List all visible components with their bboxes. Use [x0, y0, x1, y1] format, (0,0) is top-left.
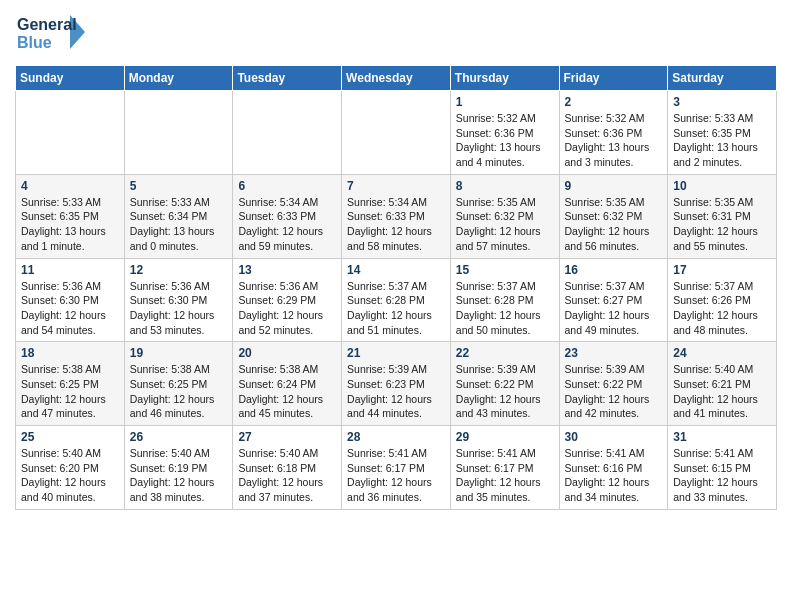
day-info: Sunrise: 5:38 AMSunset: 6:25 PMDaylight:… [130, 362, 228, 421]
calendar-day-cell: 13Sunrise: 5:36 AMSunset: 6:29 PMDayligh… [233, 258, 342, 342]
day-info: Sunrise: 5:35 AMSunset: 6:31 PMDaylight:… [673, 195, 771, 254]
calendar-day-cell: 19Sunrise: 5:38 AMSunset: 6:25 PMDayligh… [124, 342, 233, 426]
calendar-day-cell: 27Sunrise: 5:40 AMSunset: 6:18 PMDayligh… [233, 426, 342, 510]
day-number: 23 [565, 346, 663, 360]
day-number: 28 [347, 430, 445, 444]
calendar-day-cell: 23Sunrise: 5:39 AMSunset: 6:22 PMDayligh… [559, 342, 668, 426]
day-number: 14 [347, 263, 445, 277]
logo-svg: GeneralBlue [15, 10, 95, 55]
calendar-day-cell: 21Sunrise: 5:39 AMSunset: 6:23 PMDayligh… [342, 342, 451, 426]
calendar-empty-cell [16, 91, 125, 175]
calendar-day-cell: 4Sunrise: 5:33 AMSunset: 6:35 PMDaylight… [16, 174, 125, 258]
svg-text:General: General [17, 16, 77, 33]
calendar-day-cell: 31Sunrise: 5:41 AMSunset: 6:15 PMDayligh… [668, 426, 777, 510]
day-info: Sunrise: 5:37 AMSunset: 6:28 PMDaylight:… [347, 279, 445, 338]
calendar-day-cell: 1Sunrise: 5:32 AMSunset: 6:36 PMDaylight… [450, 91, 559, 175]
day-info: Sunrise: 5:34 AMSunset: 6:33 PMDaylight:… [347, 195, 445, 254]
calendar-day-cell: 5Sunrise: 5:33 AMSunset: 6:34 PMDaylight… [124, 174, 233, 258]
day-number: 7 [347, 179, 445, 193]
calendar-empty-cell [342, 91, 451, 175]
calendar: SundayMondayTuesdayWednesdayThursdayFrid… [15, 65, 777, 510]
calendar-empty-cell [233, 91, 342, 175]
calendar-day-cell: 18Sunrise: 5:38 AMSunset: 6:25 PMDayligh… [16, 342, 125, 426]
day-info: Sunrise: 5:32 AMSunset: 6:36 PMDaylight:… [456, 111, 554, 170]
day-number: 6 [238, 179, 336, 193]
calendar-day-cell: 3Sunrise: 5:33 AMSunset: 6:35 PMDaylight… [668, 91, 777, 175]
day-number: 8 [456, 179, 554, 193]
day-info: Sunrise: 5:39 AMSunset: 6:22 PMDaylight:… [565, 362, 663, 421]
calendar-empty-cell [124, 91, 233, 175]
day-info: Sunrise: 5:41 AMSunset: 6:17 PMDaylight:… [347, 446, 445, 505]
calendar-day-cell: 28Sunrise: 5:41 AMSunset: 6:17 PMDayligh… [342, 426, 451, 510]
calendar-day-cell: 15Sunrise: 5:37 AMSunset: 6:28 PMDayligh… [450, 258, 559, 342]
day-number: 29 [456, 430, 554, 444]
day-info: Sunrise: 5:35 AMSunset: 6:32 PMDaylight:… [565, 195, 663, 254]
calendar-day-cell: 29Sunrise: 5:41 AMSunset: 6:17 PMDayligh… [450, 426, 559, 510]
day-info: Sunrise: 5:39 AMSunset: 6:22 PMDaylight:… [456, 362, 554, 421]
day-info: Sunrise: 5:33 AMSunset: 6:35 PMDaylight:… [673, 111, 771, 170]
calendar-day-cell: 2Sunrise: 5:32 AMSunset: 6:36 PMDaylight… [559, 91, 668, 175]
day-info: Sunrise: 5:36 AMSunset: 6:29 PMDaylight:… [238, 279, 336, 338]
calendar-week-row: 25Sunrise: 5:40 AMSunset: 6:20 PMDayligh… [16, 426, 777, 510]
calendar-day-cell: 10Sunrise: 5:35 AMSunset: 6:31 PMDayligh… [668, 174, 777, 258]
logo: GeneralBlue [15, 10, 95, 55]
day-number: 24 [673, 346, 771, 360]
calendar-week-row: 11Sunrise: 5:36 AMSunset: 6:30 PMDayligh… [16, 258, 777, 342]
day-info: Sunrise: 5:40 AMSunset: 6:21 PMDaylight:… [673, 362, 771, 421]
calendar-day-cell: 20Sunrise: 5:38 AMSunset: 6:24 PMDayligh… [233, 342, 342, 426]
day-info: Sunrise: 5:38 AMSunset: 6:24 PMDaylight:… [238, 362, 336, 421]
day-info: Sunrise: 5:37 AMSunset: 6:27 PMDaylight:… [565, 279, 663, 338]
day-number: 17 [673, 263, 771, 277]
svg-text:Blue: Blue [17, 34, 52, 51]
day-number: 21 [347, 346, 445, 360]
day-number: 12 [130, 263, 228, 277]
day-info: Sunrise: 5:34 AMSunset: 6:33 PMDaylight:… [238, 195, 336, 254]
day-info: Sunrise: 5:36 AMSunset: 6:30 PMDaylight:… [130, 279, 228, 338]
day-info: Sunrise: 5:37 AMSunset: 6:26 PMDaylight:… [673, 279, 771, 338]
calendar-day-cell: 8Sunrise: 5:35 AMSunset: 6:32 PMDaylight… [450, 174, 559, 258]
day-header-monday: Monday [124, 66, 233, 91]
day-number: 10 [673, 179, 771, 193]
day-number: 3 [673, 95, 771, 109]
day-header-thursday: Thursday [450, 66, 559, 91]
day-info: Sunrise: 5:40 AMSunset: 6:20 PMDaylight:… [21, 446, 119, 505]
day-info: Sunrise: 5:32 AMSunset: 6:36 PMDaylight:… [565, 111, 663, 170]
calendar-week-row: 18Sunrise: 5:38 AMSunset: 6:25 PMDayligh… [16, 342, 777, 426]
day-number: 5 [130, 179, 228, 193]
calendar-day-cell: 9Sunrise: 5:35 AMSunset: 6:32 PMDaylight… [559, 174, 668, 258]
calendar-day-cell: 24Sunrise: 5:40 AMSunset: 6:21 PMDayligh… [668, 342, 777, 426]
calendar-day-cell: 30Sunrise: 5:41 AMSunset: 6:16 PMDayligh… [559, 426, 668, 510]
day-header-saturday: Saturday [668, 66, 777, 91]
day-info: Sunrise: 5:33 AMSunset: 6:34 PMDaylight:… [130, 195, 228, 254]
day-number: 20 [238, 346, 336, 360]
day-number: 9 [565, 179, 663, 193]
calendar-day-cell: 14Sunrise: 5:37 AMSunset: 6:28 PMDayligh… [342, 258, 451, 342]
day-info: Sunrise: 5:38 AMSunset: 6:25 PMDaylight:… [21, 362, 119, 421]
day-number: 31 [673, 430, 771, 444]
day-number: 1 [456, 95, 554, 109]
day-number: 4 [21, 179, 119, 193]
day-number: 18 [21, 346, 119, 360]
calendar-day-cell: 26Sunrise: 5:40 AMSunset: 6:19 PMDayligh… [124, 426, 233, 510]
day-header-wednesday: Wednesday [342, 66, 451, 91]
day-info: Sunrise: 5:39 AMSunset: 6:23 PMDaylight:… [347, 362, 445, 421]
day-info: Sunrise: 5:41 AMSunset: 6:17 PMDaylight:… [456, 446, 554, 505]
page-header: GeneralBlue [15, 10, 777, 55]
calendar-day-cell: 22Sunrise: 5:39 AMSunset: 6:22 PMDayligh… [450, 342, 559, 426]
calendar-day-cell: 16Sunrise: 5:37 AMSunset: 6:27 PMDayligh… [559, 258, 668, 342]
day-info: Sunrise: 5:35 AMSunset: 6:32 PMDaylight:… [456, 195, 554, 254]
day-info: Sunrise: 5:40 AMSunset: 6:19 PMDaylight:… [130, 446, 228, 505]
day-number: 26 [130, 430, 228, 444]
calendar-day-cell: 11Sunrise: 5:36 AMSunset: 6:30 PMDayligh… [16, 258, 125, 342]
day-number: 16 [565, 263, 663, 277]
calendar-week-row: 4Sunrise: 5:33 AMSunset: 6:35 PMDaylight… [16, 174, 777, 258]
day-info: Sunrise: 5:36 AMSunset: 6:30 PMDaylight:… [21, 279, 119, 338]
calendar-day-cell: 6Sunrise: 5:34 AMSunset: 6:33 PMDaylight… [233, 174, 342, 258]
day-info: Sunrise: 5:37 AMSunset: 6:28 PMDaylight:… [456, 279, 554, 338]
day-info: Sunrise: 5:40 AMSunset: 6:18 PMDaylight:… [238, 446, 336, 505]
day-number: 22 [456, 346, 554, 360]
day-info: Sunrise: 5:41 AMSunset: 6:16 PMDaylight:… [565, 446, 663, 505]
day-number: 25 [21, 430, 119, 444]
calendar-day-cell: 25Sunrise: 5:40 AMSunset: 6:20 PMDayligh… [16, 426, 125, 510]
calendar-week-row: 1Sunrise: 5:32 AMSunset: 6:36 PMDaylight… [16, 91, 777, 175]
